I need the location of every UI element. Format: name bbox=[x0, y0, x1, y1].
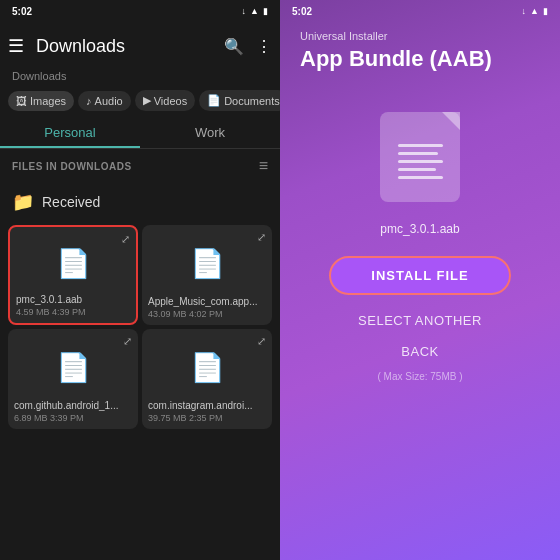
page-title: Downloads bbox=[36, 36, 224, 57]
audio-icon: ♪ bbox=[86, 95, 92, 107]
file-icon-container: pmc_3.0.1.aab bbox=[380, 112, 460, 236]
expand-icon-0: ⤢ bbox=[121, 233, 130, 246]
max-size-text: ( Max Size: 75MB ) bbox=[377, 371, 462, 382]
received-label: Received bbox=[42, 194, 100, 210]
file-name-2: com.github.android_1... bbox=[14, 400, 132, 411]
images-icon: 🖼 bbox=[16, 95, 27, 107]
right-panel: 5:02 ↓ ▲ ▮ Universal Installer App Bundl… bbox=[280, 0, 560, 560]
file-meta-1: 43.09 MB 4:02 PM bbox=[148, 309, 266, 319]
right-download-icon: ↓ bbox=[522, 6, 527, 16]
expand-icon-1: ⤢ bbox=[257, 231, 266, 244]
top-bar: ☰ Downloads 🔍 ⋮ bbox=[0, 22, 280, 70]
file-card-1[interactable]: ⤢ 📄 Apple_Music_com.app... 43.09 MB 4:02… bbox=[142, 225, 272, 325]
downloads-content: 📁 Received ⤢ 📄 pmc_3.0.1.aab 4.59 MB 4:3… bbox=[0, 179, 280, 560]
file-name-3: com.instagram.androi... bbox=[148, 400, 266, 411]
file-icon-area-0: 📄 bbox=[16, 233, 130, 294]
install-button[interactable]: INSTALL FILE bbox=[329, 256, 510, 295]
file-icon-3: 📄 bbox=[190, 351, 225, 384]
top-bar-actions: 🔍 ⋮ bbox=[224, 37, 272, 56]
left-panel: 5:02 ↓ ▲ ▮ ☰ Downloads 🔍 ⋮ Downloads 🖼 I… bbox=[0, 0, 280, 560]
tab-work[interactable]: Work bbox=[140, 117, 280, 148]
received-folder-row[interactable]: 📁 Received bbox=[8, 183, 272, 221]
tabs-bar: Personal Work bbox=[0, 117, 280, 149]
left-status-bar: 5:02 ↓ ▲ ▮ bbox=[0, 0, 280, 22]
file-meta-2: 6.89 MB 3:39 PM bbox=[14, 413, 132, 423]
file-name-0: pmc_3.0.1.aab bbox=[16, 294, 130, 305]
category-bar: 🖼 Images ♪ Audio ▶ Videos 📄 Documents bbox=[0, 86, 280, 115]
download-status-icon: ↓ bbox=[242, 6, 247, 16]
file-card-3[interactable]: ⤢ 📄 com.instagram.androi... 39.75 MB 2:3… bbox=[142, 329, 272, 429]
left-status-icons: ↓ ▲ ▮ bbox=[242, 6, 268, 16]
file-card-0[interactable]: ⤢ 📄 pmc_3.0.1.aab 4.59 MB 4:39 PM bbox=[8, 225, 138, 325]
category-documents[interactable]: 📄 Documents bbox=[199, 90, 280, 111]
file-lines bbox=[390, 136, 451, 187]
expand-icon-2: ⤢ bbox=[123, 335, 132, 348]
file-icon-area-1: 📄 bbox=[148, 231, 266, 296]
file-meta-3: 39.75 MB 2:35 PM bbox=[148, 413, 266, 423]
back-button[interactable]: BACK bbox=[381, 338, 458, 365]
menu-icon[interactable]: ☰ bbox=[8, 35, 24, 57]
big-file-icon bbox=[380, 112, 460, 202]
expand-icon-3: ⤢ bbox=[257, 335, 266, 348]
category-videos[interactable]: ▶ Videos bbox=[135, 90, 195, 111]
file-line-1 bbox=[398, 144, 443, 147]
grid-icon[interactable]: ≡ bbox=[259, 157, 268, 175]
search-icon[interactable]: 🔍 bbox=[224, 37, 244, 56]
right-status-bar: 5:02 ↓ ▲ ▮ bbox=[280, 0, 560, 22]
breadcrumb: Downloads bbox=[0, 70, 280, 86]
audio-label: Audio bbox=[95, 95, 123, 107]
left-time: 5:02 bbox=[12, 6, 32, 17]
file-name-1: Apple_Music_com.app... bbox=[148, 296, 266, 307]
files-grid: ⤢ 📄 pmc_3.0.1.aab 4.59 MB 4:39 PM ⤢ 📄 Ap… bbox=[8, 225, 272, 429]
file-icon-area-3: 📄 bbox=[148, 335, 266, 400]
installer-subtitle: Universal Installer bbox=[280, 30, 387, 42]
select-another-button[interactable]: SELECT ANOTHER bbox=[338, 303, 502, 338]
right-wifi-icon: ▲ bbox=[530, 6, 539, 16]
file-card-2[interactable]: ⤢ 📄 com.github.android_1... 6.89 MB 3:39… bbox=[8, 329, 138, 429]
category-audio[interactable]: ♪ Audio bbox=[78, 91, 131, 111]
file-icon-area-2: 📄 bbox=[14, 335, 132, 400]
category-images[interactable]: 🖼 Images bbox=[8, 91, 74, 111]
file-line-2 bbox=[398, 152, 438, 155]
file-icon-0: 📄 bbox=[56, 247, 91, 280]
videos-label: Videos bbox=[154, 95, 187, 107]
file-meta-0: 4.59 MB 4:39 PM bbox=[16, 307, 130, 317]
more-icon[interactable]: ⋮ bbox=[256, 37, 272, 56]
installer-title: App Bundle (AAB) bbox=[280, 46, 492, 72]
right-status-icons: ↓ ▲ ▮ bbox=[522, 6, 548, 16]
images-label: Images bbox=[30, 95, 66, 107]
videos-icon: ▶ bbox=[143, 94, 151, 107]
folder-icon: 📁 bbox=[12, 191, 34, 213]
right-battery-icon: ▮ bbox=[543, 6, 548, 16]
file-icon-2: 📄 bbox=[56, 351, 91, 384]
battery-status-icon: ▮ bbox=[263, 6, 268, 16]
section-label: FILES IN DOWNLOADS bbox=[12, 161, 132, 172]
file-icon-1: 📄 bbox=[190, 247, 225, 280]
installer-file-name: pmc_3.0.1.aab bbox=[380, 222, 459, 236]
file-line-4 bbox=[398, 168, 436, 171]
tab-personal[interactable]: Personal bbox=[0, 117, 140, 148]
file-line-5 bbox=[398, 176, 443, 179]
file-line-3 bbox=[398, 160, 443, 163]
documents-icon: 📄 bbox=[207, 94, 221, 107]
section-header: FILES IN DOWNLOADS ≡ bbox=[0, 149, 280, 179]
right-time: 5:02 bbox=[292, 6, 312, 17]
wifi-status-icon: ▲ bbox=[250, 6, 259, 16]
documents-label: Documents bbox=[224, 95, 280, 107]
